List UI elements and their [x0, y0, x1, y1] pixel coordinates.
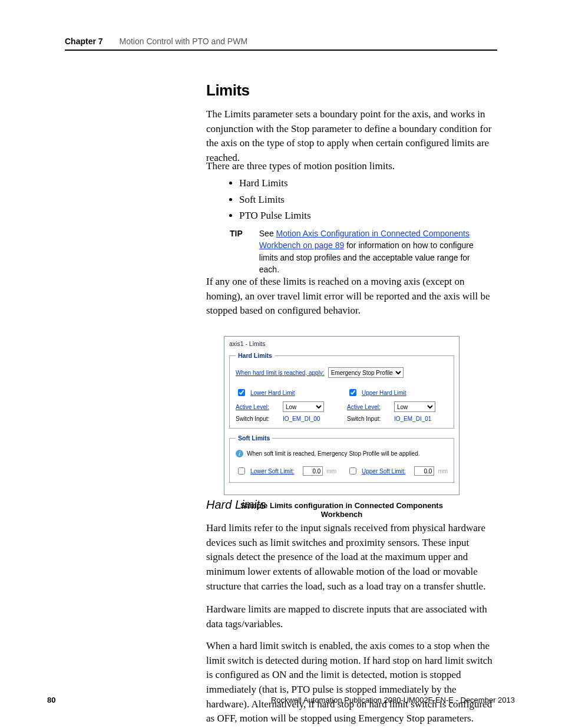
lower-active-k: Active Level: [236, 404, 278, 410]
page-number: 80 [47, 696, 55, 704]
heading-limits: Limits [206, 81, 497, 100]
limits-config-window: axis1 - Limits Hard Limits When hard lim… [224, 336, 459, 495]
info-icon: i [236, 450, 243, 457]
upper-hard-col: Upper Hard Limit Active Level: Low Switc… [347, 384, 448, 422]
list-item: Soft Limits [239, 193, 497, 207]
upper-switch-v: IO_EM_DI_01 [394, 416, 431, 422]
soft-limits-group: Soft Limits i When soft limit is reached… [229, 434, 454, 483]
window-title: axis1 - Limits [229, 340, 454, 350]
lower-active-select[interactable]: Low [283, 401, 324, 412]
upper-soft-unit: mm [438, 468, 448, 475]
tip-body: See Motion Axis Configuration in Connect… [259, 228, 491, 275]
upper-active-select[interactable]: Low [394, 401, 435, 412]
list-item: PTO Pulse Limits [239, 209, 497, 223]
hard-limits-legend: Hard Limits [236, 352, 275, 359]
chapter-title: Motion Control with PTO and PWM [119, 37, 247, 46]
screenshot-panel: axis1 - Limits Hard Limits When hard lim… [224, 336, 459, 519]
when-row: When hard limit is reached, apply: Emerg… [236, 367, 448, 378]
lower-switch-k: Switch Input: [236, 416, 278, 422]
tip-pre: See [259, 229, 276, 238]
para-2: There are three types of motion position… [206, 159, 497, 174]
upper-soft-chk[interactable] [349, 467, 356, 475]
soft-info-text: When soft limit is reached, Emergency St… [247, 450, 419, 457]
para-5: Hardware limits are mapped to discrete i… [206, 602, 497, 631]
page-footer: 80 Rockwell Automation Publication 2080-… [47, 696, 515, 704]
lower-soft-label[interactable]: Lower Soft Limit: [250, 468, 299, 475]
para-4: Hard limits refer to the input signals r… [206, 521, 497, 594]
hard-limits-group: Hard Limits When hard limit is reached, … [229, 352, 454, 429]
lower-hard-label[interactable]: Lower Hard Limit [250, 390, 295, 396]
chapter-label: Chapter 7 [65, 37, 103, 46]
header-rule [65, 50, 497, 51]
tip-label: TIP [230, 228, 243, 275]
when-label: When hard limit is reached, apply: [236, 370, 325, 376]
upper-active-k: Active Level: [347, 404, 389, 410]
para-6: When a hard limit switch is enabled, the… [206, 639, 497, 726]
upper-soft-value[interactable] [414, 466, 434, 476]
heading-hard-limits: Hard Limits [206, 498, 497, 512]
lower-hard-chk[interactable] [238, 389, 245, 396]
upper-hard-label[interactable]: Upper Hard Limit [362, 390, 406, 396]
upper-soft-label[interactable]: Upper Soft Limit: [362, 468, 411, 475]
page-header: Chapter 7 Motion Control with PTO and PW… [65, 37, 497, 46]
when-select[interactable]: Emergency Stop Profile [328, 367, 404, 378]
upper-hard-chk[interactable] [349, 389, 356, 396]
lower-soft-value[interactable] [303, 466, 323, 476]
publication-id: Rockwell Automation Publication 2080-UM0… [271, 696, 515, 704]
soft-limits-legend: Soft Limits [236, 434, 272, 442]
list-item: Hard Limits [239, 176, 497, 191]
para-1: The Limits parameter sets a boundary poi… [206, 107, 497, 166]
para-3: If any one of these limits is reached on… [206, 275, 497, 318]
tip-box: TIP See Motion Axis Configuration in Con… [230, 228, 491, 275]
lower-soft-unit: mm [326, 468, 336, 475]
lower-hard-col: Lower Hard Limit Active Level: Low Switc… [236, 384, 336, 422]
upper-switch-k: Switch Input: [347, 416, 389, 422]
lower-soft-chk[interactable] [238, 467, 245, 475]
lower-switch-v: IO_EM_DI_00 [283, 416, 320, 422]
limits-list: Hard Limits Soft Limits PTO Pulse Limits [206, 174, 497, 225]
